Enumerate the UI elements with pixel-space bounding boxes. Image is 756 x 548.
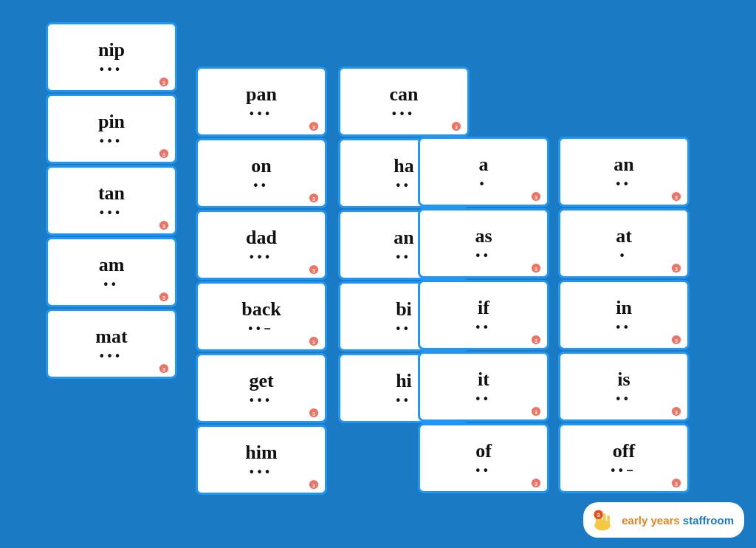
card-dots: •• — [616, 321, 631, 334]
card-get: get•••3 — [196, 353, 327, 423]
card-word: dad — [246, 226, 277, 249]
svg-text:3: 3 — [162, 152, 165, 157]
svg-text:3: 3 — [535, 195, 537, 200]
card-dots: ••• — [100, 206, 123, 219]
card-mat: mat•••3 — [46, 309, 177, 379]
card-word: at — [616, 225, 632, 247]
card-word: tan — [98, 182, 125, 205]
svg-text:3: 3 — [455, 125, 458, 130]
logo-text: early years staffroom — [622, 514, 734, 527]
svg-text:3: 3 — [312, 411, 315, 417]
card-marker-icon: 3 — [529, 406, 543, 417]
card-marker-icon: 3 — [157, 292, 171, 302]
card-is: is••3 — [558, 352, 690, 422]
svg-text:3: 3 — [675, 267, 678, 272]
svg-rect-55 — [603, 513, 606, 525]
card-word: a — [479, 153, 489, 176]
card-marker-icon: 3 — [529, 335, 543, 345]
card-dots: ••• — [250, 250, 273, 264]
card-marker-icon: 3 — [307, 479, 320, 490]
card-dots: •• — [475, 321, 491, 334]
card-marker-icon: 3 — [529, 191, 543, 202]
svg-text:3: 3 — [535, 338, 537, 343]
card-an: an••3 — [558, 137, 690, 207]
card-word: on — [251, 154, 271, 177]
card-dots: ••– — [611, 464, 636, 477]
card-word: it — [478, 368, 489, 391]
svg-text:3: 3 — [312, 340, 315, 345]
svg-text:3: 3 — [535, 410, 537, 415]
card-word: of — [475, 439, 492, 462]
card-word: nip — [98, 38, 125, 61]
card-word: an — [614, 153, 633, 176]
card-at: at•3 — [558, 208, 690, 278]
card-it: it••3 — [418, 352, 549, 422]
card-marker-icon: 3 — [307, 336, 320, 346]
card-marker-icon: 3 — [529, 478, 543, 488]
svg-text:3: 3 — [312, 125, 315, 130]
svg-text:3: 3 — [162, 224, 165, 229]
card-marker-icon: 3 — [307, 264, 320, 275]
card-word: am — [99, 253, 125, 276]
card-dots: • — [620, 249, 628, 262]
card-dots: •• — [396, 322, 411, 335]
card-word: as — [475, 225, 492, 247]
card-word: if — [478, 296, 489, 319]
card-word: pan — [246, 83, 277, 106]
svg-text:3: 3 — [535, 267, 537, 272]
card-word: back — [241, 298, 281, 321]
svg-text:3: 3 — [675, 410, 678, 415]
card-as: as••3 — [418, 208, 549, 278]
card-of: of••3 — [418, 423, 549, 493]
card-dots: •• — [396, 250, 411, 264]
card-dots: • — [480, 177, 488, 191]
card-word: pin — [98, 110, 125, 133]
card-dots: •• — [475, 464, 491, 477]
card-dots: ••• — [392, 107, 416, 120]
svg-text:3: 3 — [312, 196, 315, 202]
card-pan: pan•••3 — [196, 66, 327, 137]
card-dots: ••• — [250, 107, 273, 120]
svg-text:3: 3 — [675, 338, 678, 343]
card-marker-icon: 3 — [157, 148, 171, 159]
svg-text:3: 3 — [162, 295, 165, 301]
card-a: a•3 — [418, 137, 549, 207]
card-marker-icon: 3 — [307, 121, 320, 131]
svg-text:3: 3 — [535, 482, 537, 487]
logo-area: 3 early years staffroom — [583, 502, 744, 538]
card-word: bi — [396, 298, 412, 321]
card-dots: •• — [475, 392, 491, 405]
card-marker-icon: 3 — [670, 478, 683, 488]
svg-text:3: 3 — [312, 483, 315, 488]
card-word: mat — [95, 325, 127, 348]
svg-text:3: 3 — [162, 81, 165, 86]
card-back: back••–3 — [196, 281, 327, 352]
card-if: if••3 — [418, 280, 549, 350]
card-word: get — [249, 369, 273, 392]
card-word: an — [394, 226, 413, 249]
card-tan: tan•••3 — [46, 165, 177, 236]
card-word: him — [245, 441, 277, 464]
svg-text:3: 3 — [597, 512, 601, 518]
card-dots: ••– — [248, 322, 274, 335]
card-dots: •• — [253, 179, 269, 192]
card-word: is — [617, 368, 630, 391]
card-in: in••3 — [558, 280, 690, 350]
svg-text:3: 3 — [312, 268, 315, 273]
card-marker-icon: 3 — [529, 263, 543, 273]
card-can: can•••3 — [338, 66, 470, 137]
card-word: ha — [394, 154, 413, 177]
card-word: in — [616, 296, 632, 319]
card-dots: •• — [396, 179, 411, 192]
card-on: on••3 — [196, 138, 327, 208]
card-dots: ••• — [100, 63, 123, 76]
card-marker-icon: 3 — [157, 220, 171, 230]
card-marker-icon: 3 — [670, 335, 683, 345]
card-dots: •• — [475, 249, 491, 262]
card-am: am••3 — [46, 237, 177, 307]
card-dots: ••• — [100, 134, 123, 148]
card-nip: nip•••3 — [46, 22, 177, 92]
card-dots: •• — [103, 278, 119, 291]
svg-text:3: 3 — [675, 195, 678, 200]
cards-container: nip•••3pin•••3tan•••3am••3mat•••3pan•••3… — [0, 0, 756, 548]
